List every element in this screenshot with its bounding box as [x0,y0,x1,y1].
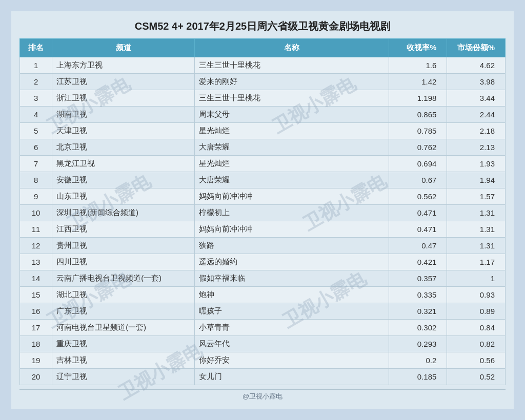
cell-share: 0.93 [447,286,506,303]
cell-channel: 广东卫视 [52,303,195,319]
cell-share: 4.62 [447,57,506,73]
cell-name: 小草青青 [194,319,389,335]
cell-name: 周末父母 [194,106,389,122]
cell-rating: 0.421 [389,254,447,270]
cell-rating: 0.357 [389,270,447,286]
cell-name: 嘿孩子 [194,303,389,319]
cell-channel: 山东卫视 [52,188,195,204]
table-row: 13 四川卫视 遥远的婚约 0.421 1.17 [20,254,506,270]
cell-name: 柠檬初上 [194,204,389,221]
cell-name: 三生三世十里桃花 [194,57,389,73]
cell-channel: 湖南卫视 [52,106,195,122]
col-header-rating: 收视率% [389,38,447,57]
cell-share: 0.84 [447,319,506,335]
cell-channel: 安徽卫视 [52,172,195,188]
table-row: 11 江西卫视 妈妈向前冲冲冲 0.471 1.31 [20,221,506,237]
cell-rating: 0.2 [389,352,447,368]
table-row: 3 浙江卫视 三生三世十里桃花 1.198 3.44 [20,90,506,106]
cell-rank: 19 [20,352,52,368]
cell-rank: 17 [20,319,52,335]
cell-rank: 6 [20,139,52,155]
table-row: 7 黑龙江卫视 星光灿烂 0.694 1.93 [20,155,506,172]
table-row: 14 云南广播电视台卫视频道(一套) 假如幸福来临 0.357 1 [20,270,506,286]
cell-rating: 0.293 [389,335,447,352]
cell-rank: 13 [20,254,52,270]
cell-rank: 14 [20,270,52,286]
col-header-rank: 排名 [20,38,52,57]
cell-share: 3.98 [447,73,506,90]
cell-rating: 0.185 [389,368,447,385]
cell-rating: 0.785 [389,122,447,139]
cell-channel: 北京卫视 [52,139,195,155]
cell-channel: 江西卫视 [52,221,195,237]
cell-rating: 0.335 [389,286,447,303]
ratings-table: 排名 频道 名称 收视率% 市场份额% 1 上海东方卫视 三生三世十里桃花 1.… [19,38,506,385]
cell-name: 炮神 [194,286,389,303]
table-row: 5 天津卫视 星光灿烂 0.785 2.18 [20,122,506,139]
cell-rating: 0.694 [389,155,447,172]
table-row: 10 深圳卫视(新闻综合频道) 柠檬初上 0.471 1.31 [20,204,506,221]
cell-channel: 云南广播电视台卫视频道(一套) [52,270,195,286]
cell-name: 狭路 [194,237,389,254]
cell-rating: 1.198 [389,90,447,106]
cell-rating: 0.762 [389,139,447,155]
cell-rank: 5 [20,122,52,139]
cell-rank: 1 [20,57,52,73]
col-header-channel: 频道 [52,38,195,57]
cell-rank: 8 [20,172,52,188]
cell-rating: 0.865 [389,106,447,122]
cell-channel: 黑龙江卫视 [52,155,195,172]
cell-name: 遥远的婚约 [194,254,389,270]
cell-rank: 7 [20,155,52,172]
cell-rating: 1.6 [389,57,447,73]
cell-name: 风云年代 [194,335,389,352]
footer-text: @卫视小霹电 [19,389,506,401]
cell-rank: 20 [20,368,52,385]
table-row: 15 湖北卫视 炮神 0.335 0.93 [20,286,506,303]
cell-rating: 1.42 [389,73,447,90]
cell-share: 1.17 [447,254,506,270]
cell-share: 2.44 [447,106,506,122]
cell-share: 0.89 [447,303,506,319]
page-title: CSM52 4+ 2017年2月25日周六省级卫视黄金剧场电视剧 [19,19,506,33]
cell-share: 1.31 [447,221,506,237]
cell-share: 1.31 [447,204,506,221]
cell-share: 1.93 [447,155,506,172]
cell-rating: 0.471 [389,221,447,237]
cell-channel: 吉林卫视 [52,352,195,368]
cell-name: 妈妈向前冲冲冲 [194,188,389,204]
cell-rank: 18 [20,335,52,352]
cell-channel: 天津卫视 [52,122,195,139]
cell-channel: 贵州卫视 [52,237,195,254]
cell-rank: 12 [20,237,52,254]
table-row: 2 江苏卫视 爱来的刚好 1.42 3.98 [20,73,506,90]
col-header-name: 名称 [194,38,389,57]
cell-share: 0.56 [447,352,506,368]
cell-channel: 深圳卫视(新闻综合频道) [52,204,195,221]
cell-rating: 0.562 [389,188,447,204]
cell-share: 0.82 [447,335,506,352]
cell-share: 1.94 [447,172,506,188]
cell-name: 星光灿烂 [194,122,389,139]
cell-rank: 9 [20,188,52,204]
cell-rating: 0.47 [389,237,447,254]
cell-rank: 4 [20,106,52,122]
cell-channel: 浙江卫视 [52,90,195,106]
table-row: 12 贵州卫视 狭路 0.47 1.31 [20,237,506,254]
cell-channel: 湖北卫视 [52,286,195,303]
cell-name: 三生三世十里桃花 [194,90,389,106]
table-row: 6 北京卫视 大唐荣耀 0.762 2.13 [20,139,506,155]
cell-rank: 2 [20,73,52,90]
cell-name: 你好乔安 [194,352,389,368]
cell-share: 1 [447,270,506,286]
cell-rank: 15 [20,286,52,303]
cell-rating: 0.321 [389,303,447,319]
cell-rating: 0.67 [389,172,447,188]
cell-name: 星光灿烂 [194,155,389,172]
table-row: 19 吉林卫视 你好乔安 0.2 0.56 [20,352,506,368]
cell-name: 大唐荣耀 [194,172,389,188]
table-row: 20 辽宁卫视 女儿门 0.185 0.52 [20,368,506,385]
cell-share: 2.18 [447,122,506,139]
cell-share: 0.52 [447,368,506,385]
table-row: 8 安徽卫视 大唐荣耀 0.67 1.94 [20,172,506,188]
